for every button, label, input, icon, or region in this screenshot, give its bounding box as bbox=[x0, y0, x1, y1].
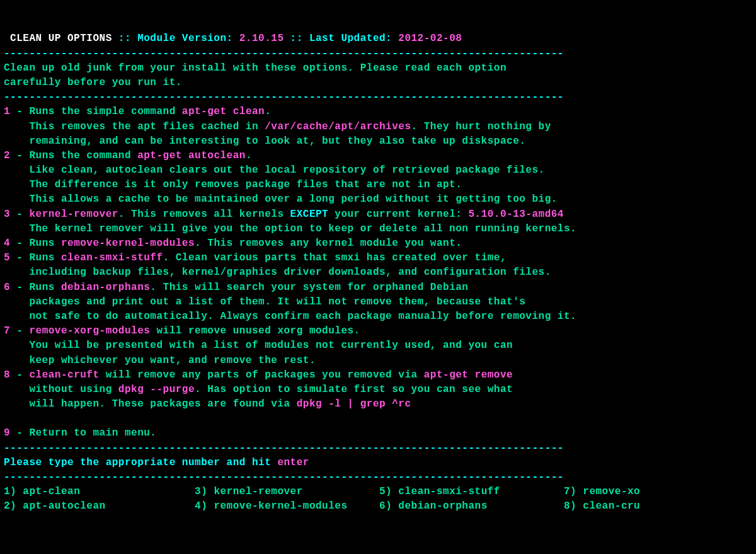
opt2-text: Runs the command bbox=[29, 150, 137, 161]
opt2-text: . bbox=[246, 150, 252, 161]
opt1-text: This removes the apt files cached in bbox=[4, 121, 265, 132]
opt2-text: The difference is it only removes packag… bbox=[4, 179, 462, 190]
dash: - bbox=[10, 238, 29, 249]
last-updated-value: 2012-02-08 bbox=[398, 33, 462, 44]
opt8-cmd2: apt-get remove bbox=[424, 369, 513, 381]
opt5-cmd: clean-smxi-stuff bbox=[61, 252, 163, 263]
menu-7-text[interactable]: remove-xo bbox=[583, 486, 640, 497]
opt8-num[interactable]: 8 bbox=[4, 369, 10, 381]
opt8-text: without using bbox=[4, 384, 118, 395]
opt7-cmd: remove-xorg-modules bbox=[29, 325, 150, 337]
opt6-text: not safe to do automatically. Always con… bbox=[4, 311, 576, 322]
divider: ----------------------------------------… bbox=[4, 91, 564, 103]
opt1-text: Runs the simple command bbox=[29, 106, 181, 117]
menu-2-text[interactable]: apt-autoclean bbox=[23, 500, 105, 512]
menu-7-num[interactable]: 7) bbox=[564, 486, 583, 497]
header-title: CLEAN UP OPTIONS bbox=[4, 33, 118, 44]
module-version-value: 2.10.15 bbox=[239, 33, 284, 44]
dash: - bbox=[10, 369, 29, 381]
opt3-text: your current kernel: bbox=[328, 209, 468, 220]
dash: - bbox=[10, 282, 29, 293]
dash: - bbox=[10, 150, 29, 161]
opt6-cmd: debian-orphans bbox=[61, 282, 150, 293]
divider: ----------------------------------------… bbox=[4, 471, 564, 483]
menu-5-text[interactable]: clean-smxi-stuff bbox=[398, 486, 500, 497]
module-version-label: Module Version: bbox=[137, 33, 239, 44]
last-updated-label: Last Updated: bbox=[309, 33, 398, 44]
opt3-cmd: kernel-remover bbox=[29, 209, 118, 220]
opt3-num[interactable]: 3 bbox=[4, 209, 10, 220]
dash: - bbox=[10, 427, 29, 439]
opt9-text: Return to main menu. bbox=[29, 427, 156, 439]
menu-1-text[interactable]: apt-clean bbox=[23, 486, 80, 497]
opt1-num[interactable]: 1 bbox=[4, 106, 10, 117]
menu-1-num[interactable]: 1) bbox=[4, 486, 23, 497]
opt2-text: Like clean, autoclean clears out the loc… bbox=[4, 164, 545, 176]
menu-8-text[interactable]: clean-cru bbox=[583, 500, 640, 512]
opt1-text: . bbox=[265, 106, 271, 117]
opt4-text: Runs bbox=[29, 238, 61, 249]
intro-line-1: Clean up old junk from your install with… bbox=[4, 62, 507, 74]
dash: - bbox=[10, 106, 29, 117]
opt8-text: . Has option to simulate first so you ca… bbox=[195, 384, 513, 395]
menu-6-text[interactable]: debian-orphans bbox=[398, 500, 487, 512]
opt4-text: . This removes any kernel module you wan… bbox=[195, 238, 462, 249]
opt5-text: including backup files, kernel/graphics … bbox=[4, 267, 551, 278]
menu-2-num[interactable]: 2) bbox=[4, 500, 23, 512]
opt3-text: The kernel remover will give you the opt… bbox=[4, 223, 576, 234]
opt2-text: This allows a cache to be maintained ove… bbox=[4, 193, 558, 205]
opt4-num[interactable]: 4 bbox=[4, 238, 10, 249]
divider: ----------------------------------------… bbox=[4, 48, 564, 59]
menu-3-text[interactable]: kernel-remover bbox=[214, 486, 302, 497]
opt1-cmd: apt-get clean bbox=[182, 106, 265, 117]
opt6-text: . This will search your system for orpha… bbox=[150, 282, 468, 293]
opt7-text: You will be presented with a list of mod… bbox=[4, 340, 513, 351]
opt8-cmd4: dpkg -l | grep ^rc bbox=[297, 398, 411, 410]
opt6-text: packages and print out a list of them. I… bbox=[4, 296, 525, 308]
dash: - bbox=[10, 252, 29, 263]
header-sep: :: bbox=[118, 33, 137, 44]
opt3-except: EXCEPT bbox=[290, 209, 329, 220]
opt8-cmd: clean-cruft bbox=[29, 369, 99, 381]
dash: - bbox=[10, 209, 29, 220]
menu-4-text[interactable]: remove-kernel-modules bbox=[214, 500, 347, 512]
menu-4-num[interactable]: 4) bbox=[195, 500, 214, 512]
opt1-text: remaining, and can be interesting to loo… bbox=[4, 136, 525, 147]
opt5-num[interactable]: 5 bbox=[4, 252, 10, 263]
opt8-text: will remove any parts of packages you re… bbox=[100, 369, 424, 381]
header-sep2: :: bbox=[284, 33, 309, 44]
menu-5-num[interactable]: 5) bbox=[379, 486, 398, 497]
opt4-cmd: remove-kernel-modules bbox=[61, 238, 195, 249]
opt8-text: will happen. These packages are found vi… bbox=[4, 398, 297, 410]
opt5-text: Runs bbox=[29, 252, 61, 263]
opt6-text: Runs bbox=[29, 282, 61, 293]
prompt-text: Please type the appropriate number and h… bbox=[4, 457, 277, 468]
divider: ----------------------------------------… bbox=[4, 442, 564, 454]
dash: - bbox=[10, 325, 29, 337]
opt2-cmd: apt-get autoclean bbox=[137, 150, 246, 161]
opt9-num[interactable]: 9 bbox=[4, 427, 10, 439]
opt2-num[interactable]: 2 bbox=[4, 150, 10, 161]
menu-3-num[interactable]: 3) bbox=[195, 486, 214, 497]
opt6-num[interactable]: 6 bbox=[4, 282, 10, 293]
opt3-text: . This removes all kernels bbox=[118, 209, 290, 220]
opt5-text: . Clean various parts that smxi has crea… bbox=[163, 252, 507, 263]
menu-8-num[interactable]: 8) bbox=[564, 500, 583, 512]
opt1-text: . They hurt nothing by bbox=[411, 121, 551, 132]
opt7-num[interactable]: 7 bbox=[4, 325, 10, 337]
opt8-cmd3: dpkg --purge bbox=[118, 384, 195, 395]
opt7-text: will remove unused xorg modules. bbox=[150, 325, 360, 337]
opt3-kernel-version: 5.10.0-13-amd64 bbox=[468, 209, 564, 220]
opt7-text: keep whichever you want, and remove the … bbox=[4, 355, 316, 366]
menu-6-num[interactable]: 6) bbox=[379, 500, 398, 512]
opt1-path: /var/cache/apt/archives bbox=[265, 121, 411, 132]
intro-line-2: carefully before you run it. bbox=[4, 77, 182, 88]
prompt-enter: enter bbox=[277, 457, 309, 468]
